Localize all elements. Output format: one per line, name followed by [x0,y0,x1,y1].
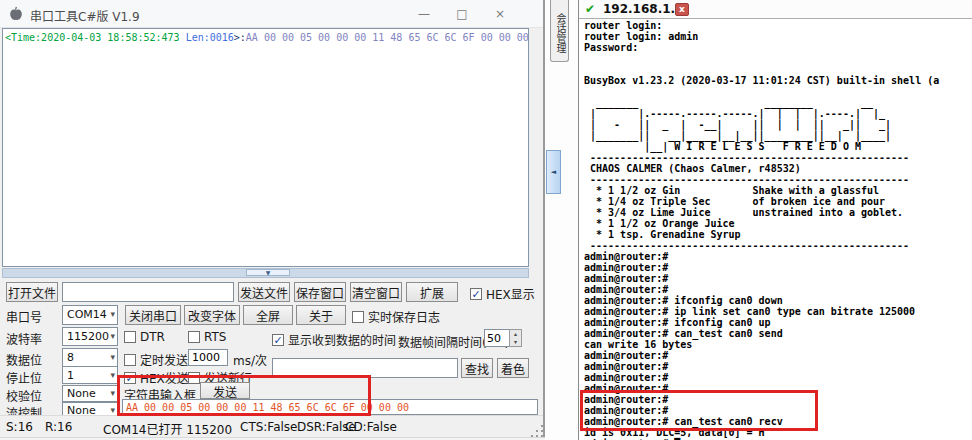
checkbox-label: HEX显示 [486,285,535,302]
spin-down-button[interactable]: ▾ [510,338,521,346]
checkbox-check-icon: ✓ [188,372,200,384]
close-port-button[interactable]: 关闭串口 [125,305,181,325]
minimize-button[interactable]: — [410,4,438,24]
session-manager-tab[interactable]: 会话管理 [550,0,569,62]
show-time-checkbox[interactable]: ✓ 显示收到数据的时间 [272,331,396,348]
combo-value: 8 [67,351,74,364]
status-cts: CTS:False [240,420,298,434]
save-log-checkbox[interactable]: ✓ 实时保存日志 [352,308,440,325]
interval-unit-label: ms/次 [233,351,267,368]
interval-field[interactable] [188,349,228,366]
find-field[interactable] [272,358,458,378]
terminal-tab-close-button[interactable]: x [675,3,689,16]
checkbox-label: 实时保存日志 [368,308,440,325]
status-received: R:16 [45,420,72,434]
serial-titlebar: 串口工具C#版 V1.9 — □ × [0,0,543,28]
chevron-down-icon: ▾ [110,309,115,319]
port-combo[interactable]: COM14 ▾ [62,305,118,325]
frame-interval-spinner[interactable] [484,329,510,347]
change-font-button[interactable]: 改变字体 [184,305,240,325]
checkbox-label: 显示收到数据的时间 [288,331,396,348]
serial-tool-window: 串口工具C#版 V1.9 — □ × <Time:2020-04-03 18:5… [0,0,545,437]
parity-label: 校验位 [6,387,42,404]
close-button[interactable]: × [486,4,514,24]
baud-label: 波特率 [6,330,42,347]
status-cd: CD:False [345,420,397,434]
checkbox-check-icon: ✓ [352,311,364,323]
hex-display-checkbox[interactable]: ✓ HEX显示 [470,285,535,302]
terminal-window: ✔ 192.168.1.1 x router login: router log… [578,0,972,440]
combo-value: COM14 [67,308,107,321]
chevron-down-icon: ▾ [110,370,115,380]
chevron-down-icon: ▾ [110,331,115,341]
dtr-checkbox[interactable]: ✓ DTR [124,330,165,344]
spin-up-button[interactable]: ▴ [510,330,521,338]
receive-line: <Time:2020-04-03 18:58:52:473 Len:0016>:… [3,29,528,46]
maximize-button[interactable]: □ [448,4,476,24]
checkbox-label: DTR [140,330,165,344]
chevron-down-icon: ▾ [110,388,115,398]
port-label: 串口号 [6,308,42,325]
receive-len: Len:0016 [186,32,234,43]
status-sent: S:16 [6,420,33,434]
file-path-field[interactable] [62,282,234,302]
stopbits-label: 停止位 [6,369,42,386]
hex-send-checkbox[interactable]: ✓ HEX发送 [124,369,189,386]
send-button[interactable]: 发送 [200,382,250,399]
open-file-button[interactable]: 打开文件 [6,282,58,302]
control-panel: 打开文件 发送文件 保存窗口 清空窗口 扩展 ✓ HEX显示 串口号 COM14… [0,278,543,415]
baud-combo[interactable]: 115200 ▾ [62,327,118,346]
databits-label: 数据位 [6,351,42,368]
checkbox-label: RTS [204,330,226,344]
connected-check-icon: ✔ [585,2,595,16]
timed-send-checkbox[interactable]: ✓ 定时发送 [124,351,188,368]
hex-input-field[interactable] [122,399,538,415]
chevron-down-icon: ▾ [110,405,115,415]
panel-collapse-button[interactable]: ◄ [546,150,561,194]
fullscreen-button[interactable]: 全屏 [243,305,293,325]
combo-value: 1 [67,369,74,382]
terminal-tabbar[interactable]: ✔ 192.168.1.1 x [579,0,972,19]
status-port: COM14已打开 115200 [103,420,232,437]
send-file-button[interactable]: 发送文件 [238,282,290,302]
window-title: 串口工具C#版 V1.9 [30,7,140,24]
combo-value: 115200 [67,330,109,343]
session-panel-strip: 会话管理 ◄ [545,0,578,440]
stopbits-combo[interactable]: 1 ▾ [62,366,118,384]
app-icon [8,6,24,22]
spinner-buttons[interactable]: ▴ ▾ [509,329,522,347]
checkbox-label: HEX发送 [140,369,189,386]
status-bar: S:16 R:16 COM14已打开 115200 CTS:False DSR:… [0,415,543,437]
terminal-tab-title[interactable]: 192.168.1.1 [603,2,683,16]
save-window-button[interactable]: 保存窗口 [294,282,346,302]
chevron-down-icon: ▾ [110,352,115,362]
receive-data: AA 00 00 05 00 00 00 11 48 65 6C 6C 6F 0… [246,32,529,43]
parity-combo[interactable]: None ▾ [62,385,118,402]
splitter[interactable]: ▼ [2,268,529,278]
checkbox-check-icon: ✓ [470,288,482,300]
checkbox-check-icon: ✓ [188,331,200,343]
about-button[interactable]: 关于 [296,305,346,325]
screen: 串口工具C#版 V1.9 — □ × <Time:2020-04-03 18:5… [0,0,972,440]
receive-time: <Time:2020-04-03 18:58:52:473 [5,32,186,43]
databits-combo[interactable]: 8 ▾ [62,348,118,367]
colorize-button[interactable]: 着色 [497,358,529,378]
clear-window-button[interactable]: 清空窗口 [350,282,402,302]
checkbox-check-icon: ✓ [272,334,284,346]
find-button[interactable]: 查找 [461,358,493,378]
checkbox-check-icon: ✓ [124,331,136,343]
checkbox-label: 定时发送 [140,351,188,368]
rts-checkbox[interactable]: ✓ RTS [188,330,226,344]
terminal-output[interactable]: router login: router login: admin Passwo… [584,20,939,440]
receive-separator: >: [234,32,246,43]
combo-value: None [67,387,96,400]
checkbox-check-icon: ✓ [124,354,136,366]
checkbox-check-icon: ✓ [124,372,136,384]
expand-button[interactable]: 扩展 [406,282,458,302]
receive-area[interactable]: <Time:2020-04-03 18:58:52:473 Len:0016>:… [2,28,529,267]
resize-grip[interactable] [536,430,538,432]
splitter-collapse-button[interactable]: ▼ [246,269,290,276]
